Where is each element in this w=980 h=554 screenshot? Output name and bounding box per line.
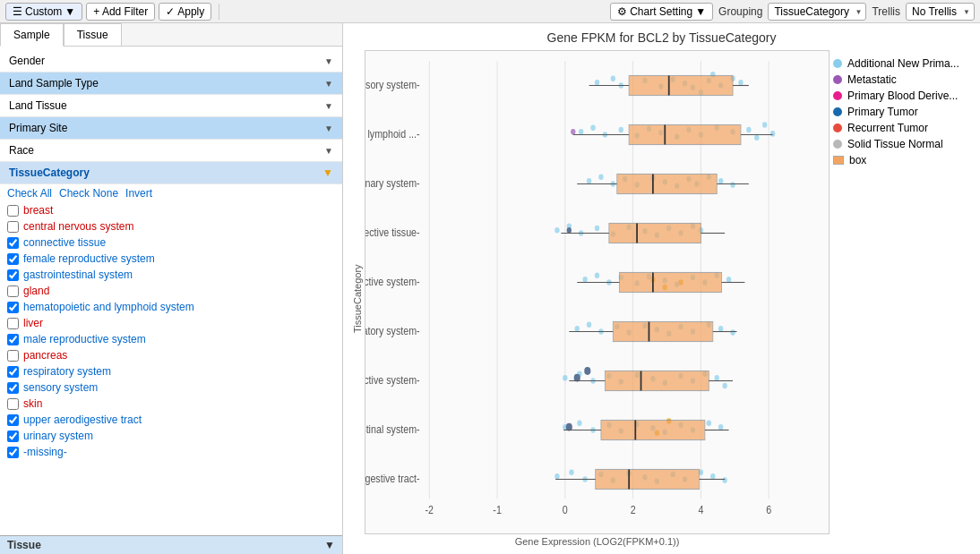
svg-point-14 [611, 76, 615, 82]
tissue-checkbox-gastro[interactable] [7, 269, 19, 281]
tissue-label-skin[interactable]: skin [23, 397, 42, 410]
tissue-label-male[interactable]: male reproductive system [23, 333, 146, 345]
filter-race-label: Race [9, 144, 34, 157]
svg-point-142 [584, 367, 590, 375]
filter-gender[interactable]: Gender ▼ [0, 50, 342, 72]
tissue-item-gland: gland [0, 283, 342, 299]
svg-rect-85 [609, 224, 701, 243]
svg-text:male reproductive system-: male reproductive system- [365, 275, 420, 288]
tissue-checkbox-female[interactable] [7, 253, 19, 265]
tissue-bottom-arrow: ▼ [324, 539, 335, 551]
tissue-label-missing[interactable]: -missing- [23, 446, 67, 458]
svg-point-101 [726, 277, 731, 283]
tissue-bottom-tab[interactable]: Tissue ▼ [0, 535, 342, 554]
tissue-checkbox-male[interactable] [7, 334, 19, 345]
chart-setting-button[interactable]: ⚙ Chart Setting ▼ [610, 3, 713, 21]
custom-button[interactable]: ☰ Custom ▼ [5, 3, 82, 21]
tissue-checkbox-liver[interactable] [7, 318, 19, 329]
chart-svg: -2 -1 0 2 4 6 sensory system- [365, 51, 829, 533]
legend-label-primary-blood: Primary Blood Derive... [847, 89, 958, 102]
apply-button[interactable]: ✓ Apply [159, 3, 211, 21]
legend-label-additional: Additional New Prima... [847, 57, 959, 70]
tissue-checkbox-skin[interactable] [7, 398, 19, 410]
filter-land-tissue-label: Land Tissue [9, 99, 67, 112]
svg-text:sensory system-: sensory system- [365, 78, 420, 91]
legend-panel: Additional New Prima... Metastatic Prima… [830, 50, 973, 547]
tissue-label-urinary[interactable]: urinary system [23, 430, 93, 442]
svg-point-72 [554, 227, 559, 234]
tab-tissue[interactable]: Tissue [64, 23, 122, 46]
toolbar: ☰ Custom ▼ + Add Filter ✓ Apply ⚙ Chart … [0, 0, 980, 23]
svg-rect-27 [629, 76, 733, 96]
check-controls: Check All Check None Invert [0, 184, 342, 202]
tab-sample[interactable]: Sample [0, 23, 64, 47]
svg-text:6: 6 [766, 503, 771, 516]
svg-point-111 [587, 322, 591, 328]
legend-dot-recurrent [833, 124, 842, 132]
filter-gender-label: Gender [9, 55, 45, 67]
svg-point-110 [575, 326, 580, 332]
tissue-label-liver[interactable]: liver [23, 317, 43, 329]
chart-controls: ⚙ Chart Setting ▼ Grouping TissueCategor… [610, 3, 975, 21]
svg-text:urinary system-: urinary system- [365, 176, 420, 190]
svg-text:-1: -1 [493, 503, 502, 516]
svg-point-180 [722, 477, 726, 483]
tissue-label-connective[interactable]: connective tissue [23, 236, 106, 249]
legend-label-recurrent: Recurrent Tumor [847, 122, 928, 134]
tissue-label-upper[interactable]: upper aerodigestive tract [23, 413, 142, 426]
tissue-label-sensory[interactable]: sensory system [23, 381, 98, 394]
tissue-checkbox-gland[interactable] [7, 286, 19, 297]
tissue-label-female[interactable]: female reproductive system [23, 252, 155, 265]
filter-race-arrow: ▼ [324, 146, 333, 156]
add-filter-button[interactable]: + Add Filter [86, 3, 155, 21]
tissue-item-cns: central nervous system [0, 218, 342, 234]
legend-box-box [833, 156, 844, 165]
tissue-label-gland[interactable]: gland [23, 285, 49, 297]
svg-point-35 [619, 127, 623, 133]
grouping-select[interactable]: TissueCategory [768, 3, 866, 21]
svg-point-128 [563, 375, 567, 381]
tissue-item-pancreas: pancreas [0, 347, 342, 363]
tissue-checkbox-connective[interactable] [7, 237, 19, 249]
check-all-btn[interactable]: Check All [7, 187, 52, 200]
tissue-label-breast[interactable]: breast [23, 204, 53, 217]
svg-text:female reproductive system-: female reproductive system- [365, 373, 420, 387]
filter-tissue-category[interactable]: TissueCategory ▼ [0, 162, 342, 184]
tissue-label-pancreas[interactable]: pancreas [23, 349, 67, 362]
tissue-checkbox-pancreas[interactable] [7, 350, 19, 362]
tissue-item-sensory: sensory system [0, 379, 342, 396]
tissue-label-cns[interactable]: central nervous system [23, 220, 133, 233]
check-none-btn[interactable]: Check None [59, 187, 118, 200]
chart-inner: -2 -1 0 2 4 6 sensory system- [365, 50, 830, 547]
filter-land-tissue[interactable]: Land Tissue ▼ [0, 95, 342, 117]
svg-point-48 [571, 129, 575, 135]
svg-rect-49 [629, 125, 741, 145]
tissue-checkbox-upper[interactable] [7, 414, 19, 426]
tissue-item-breast: breast [0, 202, 342, 218]
filter-tissue-category-arrow: ▼ [322, 166, 333, 179]
filter-land-sample-type-label: Land Sample Type [9, 77, 99, 89]
svg-rect-67 [617, 175, 717, 194]
tissue-checkbox-hema[interactable] [7, 302, 19, 313]
svg-point-169 [569, 470, 573, 476]
tissue-item-missing: -missing- [0, 444, 342, 460]
svg-point-158 [707, 421, 711, 427]
tissue-checkbox-respiratory[interactable] [7, 366, 19, 378]
trellis-select[interactable]: No Trellis [906, 3, 975, 21]
right-panel: Gene FPKM for BCL2 by TissueCategory Tis… [343, 23, 980, 554]
tissue-checkbox-missing[interactable] [7, 447, 19, 458]
filter-primary-site[interactable]: Primary Site ▼ [0, 117, 342, 140]
tissue-label-hema[interactable]: hematopoietic and lymphoid system [23, 301, 194, 313]
tissue-label-gastro[interactable]: gastrointestinal system [23, 268, 133, 281]
svg-point-54 [587, 178, 591, 184]
tissue-checkbox-urinary[interactable] [7, 430, 19, 442]
tissue-checkbox-breast[interactable] [7, 205, 19, 217]
tissue-label-respiratory[interactable]: respiratory system [23, 365, 111, 378]
invert-btn[interactable]: Invert [125, 187, 152, 200]
tissue-checkbox-cns[interactable] [7, 221, 19, 233]
tissue-item-female: female reproductive system [0, 251, 342, 267]
filter-race[interactable]: Race ▼ [0, 140, 342, 162]
filter-land-sample-type[interactable]: Land Sample Type ▼ [0, 72, 342, 95]
svg-point-140 [722, 383, 726, 389]
tissue-checkbox-sensory[interactable] [7, 382, 19, 394]
